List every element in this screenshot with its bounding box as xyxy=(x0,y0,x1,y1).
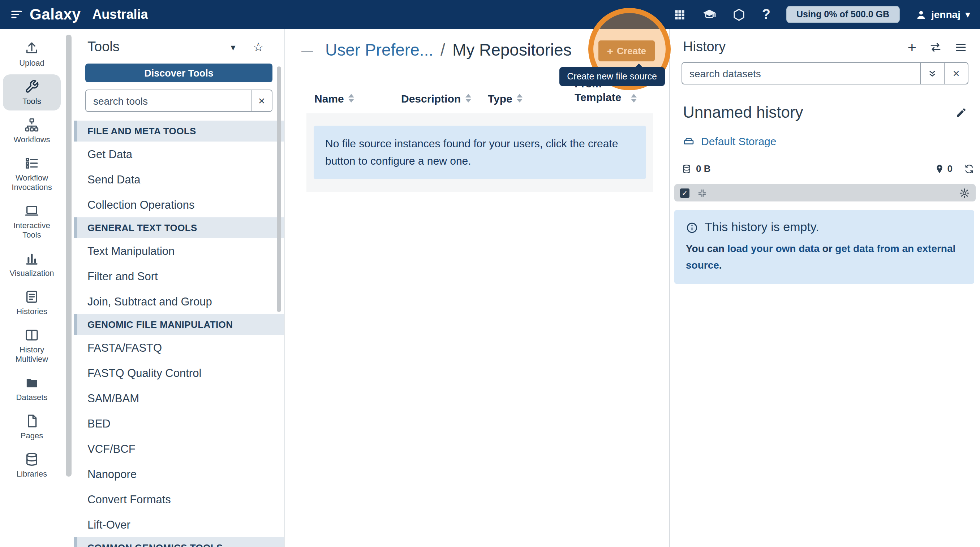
tool-item[interactable]: FASTQ Quality Control xyxy=(74,360,284,385)
storage-location-link[interactable]: Default Storage xyxy=(683,135,967,147)
empty-history-title-row: This history is empty. xyxy=(686,220,963,235)
tool-section-header[interactable]: GENERAL TEXT TOOLS xyxy=(74,217,284,238)
activity-label: Histories xyxy=(16,307,47,316)
tool-item[interactable]: FASTA/FASTQ xyxy=(74,335,284,360)
breadcrumb-user-preferences-link[interactable]: User Prefere... xyxy=(325,40,433,60)
activity-label: Datasets xyxy=(16,392,48,402)
storage-usage-pill[interactable]: Using 0% of 500.0 GB xyxy=(786,6,899,23)
history-size-row: 0 B 0 xyxy=(681,163,974,174)
column-label: Description xyxy=(401,92,461,105)
switch-history-icon[interactable] xyxy=(929,41,942,53)
activity-item-interactive-tools[interactable]: Interactive Tools xyxy=(3,198,61,244)
activity-label: Workflow Invocations xyxy=(4,173,59,192)
activity-scrollbar[interactable] xyxy=(66,35,72,477)
user-menu[interactable]: jennaj ▾ xyxy=(915,9,970,20)
sort-icon[interactable] xyxy=(465,94,471,102)
chevron-down-icon: ▾ xyxy=(966,10,970,19)
column-header-type[interactable]: Type xyxy=(488,92,574,105)
tool-item[interactable]: Nanopore xyxy=(74,461,284,487)
activity-item-tools[interactable]: Tools xyxy=(3,75,61,111)
sort-icon[interactable] xyxy=(631,94,637,102)
columns-icon xyxy=(25,328,39,342)
column-header-name[interactable]: Name xyxy=(314,92,401,105)
activity-item-workflows[interactable]: Workflows xyxy=(3,113,61,149)
user-icon xyxy=(915,9,926,20)
sort-icon[interactable] xyxy=(517,94,522,102)
chevron-down-icon[interactable]: ▾ xyxy=(231,41,235,52)
tool-item[interactable]: Lift-Over xyxy=(74,512,284,537)
tool-item[interactable]: Filter and Sort xyxy=(74,263,284,289)
history-header: History + xyxy=(670,39,980,55)
activity-item-history-multiview[interactable]: History Multiview xyxy=(3,322,61,368)
empty-history-text: or xyxy=(819,243,835,254)
refresh-icon[interactable] xyxy=(964,163,974,174)
folder-icon xyxy=(25,375,39,390)
activity-bar: Upload Tools Workflows Workflow Invocati… xyxy=(0,29,64,547)
create-button[interactable]: + Create xyxy=(598,40,655,61)
history-options-menu-icon[interactable] xyxy=(955,41,967,53)
advanced-search-icon[interactable] xyxy=(921,62,945,84)
no-file-sources-alert: No file source instances found for your … xyxy=(313,125,646,179)
tool-item[interactable]: Text Manipulation xyxy=(74,238,284,263)
gear-icon[interactable] xyxy=(959,187,970,198)
empty-history-text: You can xyxy=(686,243,727,254)
clear-search-icon[interactable]: × xyxy=(945,62,969,84)
help-icon[interactable]: ? xyxy=(762,6,770,22)
activity-item-histories[interactable]: Histories xyxy=(3,284,61,320)
favorites-star-icon[interactable]: ☆ xyxy=(253,40,264,54)
panel-collapse-handle[interactable]: — xyxy=(301,44,313,57)
tool-item[interactable]: Get Data xyxy=(74,141,284,167)
upload-icon xyxy=(25,41,39,55)
tool-item[interactable]: Collection Operations xyxy=(74,192,284,217)
tool-item[interactable]: Convert Formats xyxy=(74,487,284,512)
new-history-icon[interactable]: + xyxy=(907,40,916,54)
select-all-checkbox[interactable]: ✓ xyxy=(680,188,689,198)
tool-section-header[interactable]: COMMON GENOMICS TOOLS xyxy=(74,537,284,547)
activity-item-datasets[interactable]: Datasets xyxy=(3,370,61,406)
page-title: My Repositories xyxy=(452,40,572,60)
activity-item-visualization[interactable]: Visualization xyxy=(3,246,61,282)
hdd-icon xyxy=(683,135,695,147)
tool-item[interactable]: BED xyxy=(74,411,284,436)
brand-title[interactable]: Galaxy xyxy=(30,6,81,23)
activity-item-workflow-invocations[interactable]: Workflow Invocations xyxy=(3,151,61,197)
tools-scrollbar[interactable] xyxy=(277,67,281,312)
laptop-icon xyxy=(25,204,39,218)
activity-item-upload[interactable]: Upload xyxy=(3,36,61,72)
training-cap-icon[interactable] xyxy=(703,8,717,21)
database-icon xyxy=(681,163,692,174)
sort-icon[interactable] xyxy=(348,94,354,102)
empty-history-title: This history is empty. xyxy=(705,220,819,235)
tool-section-header[interactable]: FILE AND META TOOLS xyxy=(74,120,284,141)
history-name-row: Unnamed history xyxy=(683,103,967,122)
tool-item[interactable]: Join, Subtract and Group xyxy=(74,289,284,314)
hexagon-icon[interactable] xyxy=(732,8,746,21)
tool-list: FILE AND META TOOLS Get Data Send Data C… xyxy=(74,120,284,547)
activity-item-pages[interactable]: Pages xyxy=(3,408,61,444)
edit-pencil-icon[interactable] xyxy=(955,107,967,119)
tools-panel-title: Tools xyxy=(88,39,119,55)
clear-search-icon[interactable]: × xyxy=(251,90,272,111)
tool-section-header[interactable]: GENOMIC FILE MANIPULATION xyxy=(74,314,284,335)
activity-item-libraries[interactable]: Libraries xyxy=(3,447,61,483)
galaxy-logo-icon[interactable] xyxy=(10,8,23,21)
activity-label: Visualization xyxy=(10,269,54,278)
discover-tools-button[interactable]: Discover Tools xyxy=(85,63,272,82)
create-button-label: Create xyxy=(617,46,646,56)
brand-region: Australia xyxy=(92,7,148,22)
tool-item[interactable]: SAM/BAM xyxy=(74,385,284,411)
tools-panel-header: Tools ▾ ☆ xyxy=(74,36,284,58)
apps-grid-icon[interactable] xyxy=(673,8,687,21)
dataset-search-input[interactable] xyxy=(681,62,921,84)
invocations-list-icon xyxy=(25,156,39,170)
collapse-items-icon[interactable] xyxy=(697,188,707,198)
tool-item[interactable]: VCF/BCF xyxy=(74,436,284,461)
load-data-link[interactable]: load your own data xyxy=(727,243,819,254)
shown-count-group: 0 xyxy=(934,163,974,174)
breadcrumb-separator: / xyxy=(441,40,445,60)
activity-label: Upload xyxy=(19,59,45,68)
tool-item[interactable]: Send Data xyxy=(74,167,284,192)
column-header-description[interactable]: Description xyxy=(401,92,488,105)
tool-search-input[interactable] xyxy=(86,90,251,111)
history-name[interactable]: Unnamed history xyxy=(683,103,803,122)
